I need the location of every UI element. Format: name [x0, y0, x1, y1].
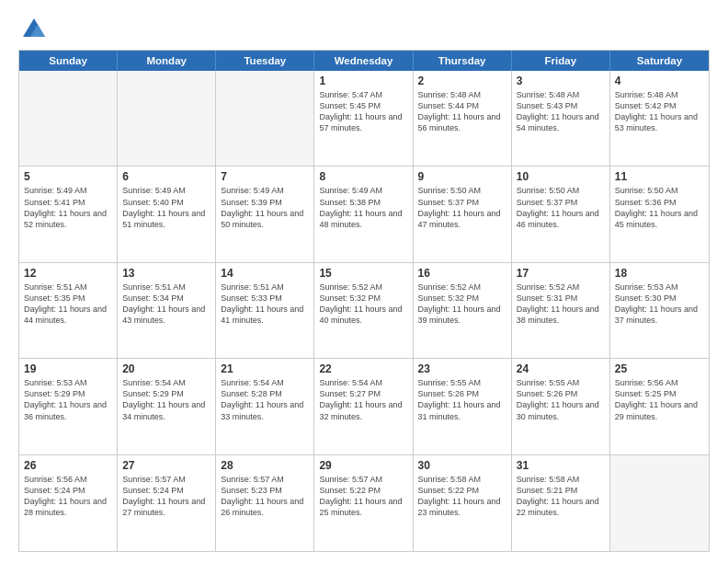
- day-number: 17: [517, 267, 605, 280]
- header-day-tuesday: Tuesday: [216, 51, 314, 71]
- day-info: Sunrise: 5:51 AM Sunset: 5:35 PM Dayligh…: [24, 282, 112, 327]
- calendar: SundayMondayTuesdayWednesdayThursdayFrid…: [18, 50, 710, 552]
- calendar-header: SundayMondayTuesdayWednesdayThursdayFrid…: [19, 51, 709, 71]
- day-info: Sunrise: 5:54 AM Sunset: 5:28 PM Dayligh…: [221, 377, 309, 422]
- day-info: Sunrise: 5:51 AM Sunset: 5:33 PM Dayligh…: [221, 282, 309, 327]
- calendar-cell: 25Sunrise: 5:56 AM Sunset: 5:25 PM Dayli…: [610, 359, 709, 454]
- day-info: Sunrise: 5:50 AM Sunset: 5:36 PM Dayligh…: [615, 185, 704, 230]
- calendar-cell: 9Sunrise: 5:50 AM Sunset: 5:37 PM Daylig…: [414, 167, 512, 261]
- calendar-cell: 26Sunrise: 5:56 AM Sunset: 5:24 PM Dayli…: [19, 455, 118, 551]
- day-info: Sunrise: 5:55 AM Sunset: 5:26 PM Dayligh…: [517, 377, 605, 422]
- day-number: 4: [615, 75, 704, 87]
- calendar-cell: 18Sunrise: 5:53 AM Sunset: 5:30 PM Dayli…: [610, 263, 709, 358]
- day-number: 5: [24, 170, 112, 183]
- calendar-cell: 6Sunrise: 5:49 AM Sunset: 5:40 PM Daylig…: [118, 167, 216, 261]
- day-info: Sunrise: 5:50 AM Sunset: 5:37 PM Dayligh…: [517, 185, 605, 230]
- day-number: 14: [221, 267, 309, 280]
- header-day-monday: Monday: [118, 51, 216, 71]
- day-number: 13: [122, 267, 210, 280]
- calendar-cell: [610, 455, 709, 551]
- calendar-cell: 12Sunrise: 5:51 AM Sunset: 5:35 PM Dayli…: [19, 263, 118, 358]
- day-info: Sunrise: 5:48 AM Sunset: 5:43 PM Dayligh…: [517, 89, 605, 134]
- header-day-friday: Friday: [512, 51, 610, 71]
- calendar-cell: 2Sunrise: 5:48 AM Sunset: 5:44 PM Daylig…: [414, 71, 512, 166]
- day-number: 6: [122, 170, 210, 183]
- calendar-cell: 11Sunrise: 5:50 AM Sunset: 5:36 PM Dayli…: [610, 167, 709, 261]
- day-info: Sunrise: 5:57 AM Sunset: 5:22 PM Dayligh…: [319, 474, 407, 519]
- calendar-body: 1Sunrise: 5:47 AM Sunset: 5:45 PM Daylig…: [19, 71, 709, 551]
- logo-icon: [21, 17, 47, 42]
- day-info: Sunrise: 5:56 AM Sunset: 5:24 PM Dayligh…: [24, 474, 112, 519]
- header: [18, 17, 710, 42]
- calendar-row-0: 1Sunrise: 5:47 AM Sunset: 5:45 PM Daylig…: [19, 71, 709, 167]
- day-number: 10: [517, 170, 605, 183]
- day-number: 28: [221, 459, 309, 472]
- day-info: Sunrise: 5:54 AM Sunset: 5:27 PM Dayligh…: [319, 377, 407, 422]
- calendar-cell: 21Sunrise: 5:54 AM Sunset: 5:28 PM Dayli…: [216, 359, 314, 454]
- day-number: 20: [122, 362, 210, 375]
- calendar-cell: 1Sunrise: 5:47 AM Sunset: 5:45 PM Daylig…: [314, 71, 413, 166]
- day-number: 11: [615, 170, 704, 183]
- day-info: Sunrise: 5:48 AM Sunset: 5:42 PM Dayligh…: [615, 89, 704, 134]
- header-day-saturday: Saturday: [610, 51, 709, 71]
- day-number: 29: [319, 459, 407, 472]
- day-number: 31: [517, 459, 605, 472]
- day-number: 7: [221, 170, 309, 183]
- day-number: 19: [24, 362, 112, 375]
- day-info: Sunrise: 5:52 AM Sunset: 5:32 PM Dayligh…: [418, 282, 506, 327]
- day-info: Sunrise: 5:52 AM Sunset: 5:31 PM Dayligh…: [517, 282, 605, 327]
- calendar-cell: 29Sunrise: 5:57 AM Sunset: 5:22 PM Dayli…: [314, 455, 413, 551]
- day-info: Sunrise: 5:52 AM Sunset: 5:32 PM Dayligh…: [319, 282, 407, 327]
- calendar-cell: 31Sunrise: 5:58 AM Sunset: 5:21 PM Dayli…: [512, 455, 610, 551]
- day-info: Sunrise: 5:49 AM Sunset: 5:41 PM Dayligh…: [24, 185, 112, 230]
- calendar-cell: 23Sunrise: 5:55 AM Sunset: 5:26 PM Dayli…: [414, 359, 512, 454]
- calendar-row-4: 26Sunrise: 5:56 AM Sunset: 5:24 PM Dayli…: [19, 455, 709, 551]
- calendar-row-1: 5Sunrise: 5:49 AM Sunset: 5:41 PM Daylig…: [19, 167, 709, 262]
- day-info: Sunrise: 5:55 AM Sunset: 5:26 PM Dayligh…: [418, 377, 506, 422]
- day-info: Sunrise: 5:58 AM Sunset: 5:21 PM Dayligh…: [517, 474, 605, 519]
- calendar-cell: 19Sunrise: 5:53 AM Sunset: 5:29 PM Dayli…: [19, 359, 118, 454]
- day-number: 2: [418, 75, 506, 87]
- day-number: 3: [517, 75, 605, 87]
- calendar-cell: [19, 71, 118, 166]
- day-number: 12: [24, 267, 112, 280]
- day-info: Sunrise: 5:49 AM Sunset: 5:38 PM Dayligh…: [319, 185, 407, 230]
- calendar-cell: 13Sunrise: 5:51 AM Sunset: 5:34 PM Dayli…: [118, 263, 216, 358]
- day-number: 27: [122, 459, 210, 472]
- day-info: Sunrise: 5:54 AM Sunset: 5:29 PM Dayligh…: [122, 377, 210, 422]
- calendar-cell: 4Sunrise: 5:48 AM Sunset: 5:42 PM Daylig…: [610, 71, 709, 166]
- day-number: 9: [418, 170, 506, 183]
- header-day-wednesday: Wednesday: [314, 51, 413, 71]
- calendar-cell: 3Sunrise: 5:48 AM Sunset: 5:43 PM Daylig…: [512, 71, 610, 166]
- day-number: 25: [615, 362, 704, 375]
- day-info: Sunrise: 5:53 AM Sunset: 5:29 PM Dayligh…: [24, 377, 112, 422]
- day-number: 22: [319, 362, 407, 375]
- header-day-thursday: Thursday: [414, 51, 512, 71]
- calendar-row-2: 12Sunrise: 5:51 AM Sunset: 5:35 PM Dayli…: [19, 263, 709, 359]
- day-info: Sunrise: 5:56 AM Sunset: 5:25 PM Dayligh…: [615, 377, 704, 422]
- day-info: Sunrise: 5:48 AM Sunset: 5:44 PM Dayligh…: [418, 89, 506, 134]
- calendar-cell: 5Sunrise: 5:49 AM Sunset: 5:41 PM Daylig…: [19, 167, 118, 261]
- calendar-cell: 14Sunrise: 5:51 AM Sunset: 5:33 PM Dayli…: [216, 263, 314, 358]
- calendar-cell: 10Sunrise: 5:50 AM Sunset: 5:37 PM Dayli…: [512, 167, 610, 261]
- day-info: Sunrise: 5:47 AM Sunset: 5:45 PM Dayligh…: [319, 89, 407, 134]
- day-number: 26: [24, 459, 112, 472]
- calendar-cell: 7Sunrise: 5:49 AM Sunset: 5:39 PM Daylig…: [216, 167, 314, 261]
- calendar-cell: 22Sunrise: 5:54 AM Sunset: 5:27 PM Dayli…: [314, 359, 413, 454]
- calendar-cell: 28Sunrise: 5:57 AM Sunset: 5:23 PM Dayli…: [216, 455, 314, 551]
- calendar-row-3: 19Sunrise: 5:53 AM Sunset: 5:29 PM Dayli…: [19, 359, 709, 454]
- calendar-cell: 16Sunrise: 5:52 AM Sunset: 5:32 PM Dayli…: [414, 263, 512, 358]
- calendar-cell: 24Sunrise: 5:55 AM Sunset: 5:26 PM Dayli…: [512, 359, 610, 454]
- calendar-cell: 8Sunrise: 5:49 AM Sunset: 5:38 PM Daylig…: [314, 167, 413, 261]
- day-number: 18: [615, 267, 704, 280]
- day-info: Sunrise: 5:49 AM Sunset: 5:40 PM Dayligh…: [122, 185, 210, 230]
- calendar-cell: 27Sunrise: 5:57 AM Sunset: 5:24 PM Dayli…: [118, 455, 216, 551]
- day-info: Sunrise: 5:49 AM Sunset: 5:39 PM Dayligh…: [221, 185, 309, 230]
- day-info: Sunrise: 5:57 AM Sunset: 5:24 PM Dayligh…: [122, 474, 210, 519]
- day-number: 15: [319, 267, 407, 280]
- calendar-page: SundayMondayTuesdayWednesdayThursdayFrid…: [0, 0, 728, 563]
- calendar-cell: [216, 71, 314, 166]
- day-info: Sunrise: 5:53 AM Sunset: 5:30 PM Dayligh…: [615, 282, 704, 327]
- day-info: Sunrise: 5:51 AM Sunset: 5:34 PM Dayligh…: [122, 282, 210, 327]
- day-info: Sunrise: 5:57 AM Sunset: 5:23 PM Dayligh…: [221, 474, 309, 519]
